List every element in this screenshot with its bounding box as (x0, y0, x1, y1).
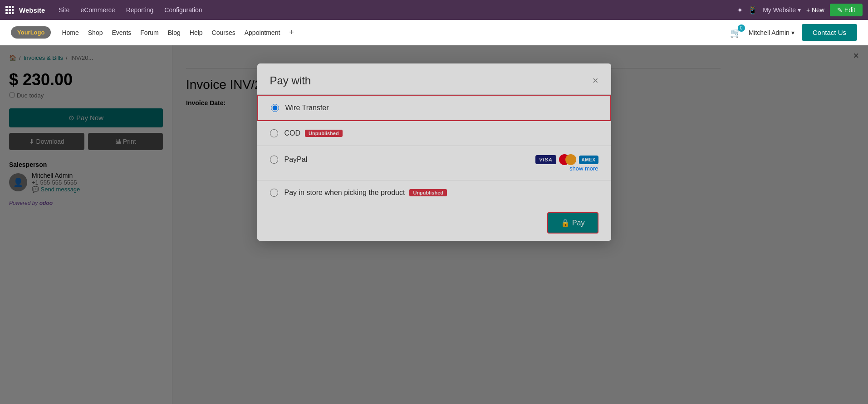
edit-button[interactable]: ✎ Edit (830, 4, 863, 16)
main-content: 🏠 / Invoices & Bills / INV/20... $ 230.0… (0, 45, 868, 404)
svg-rect-4 (9, 9, 11, 11)
website-nav-shop[interactable]: Shop (88, 29, 103, 36)
notification-icon[interactable]: ✦ (737, 6, 743, 15)
payment-option-pay-in-store[interactable]: Pay in store when picking the product Un… (257, 180, 611, 205)
grid-icon[interactable] (5, 6, 14, 14)
svg-rect-6 (5, 12, 8, 14)
pay-in-store-unpublished-badge: Unpublished (409, 189, 447, 196)
svg-rect-5 (12, 9, 14, 11)
pay-with-modal: Pay with × Wire Transfer COD Unpublished (257, 63, 611, 241)
website-nav-help[interactable]: Help (190, 29, 203, 36)
logo-logo: Logo (30, 29, 45, 36)
nav-item-configuration[interactable]: Configuration (160, 0, 206, 20)
contact-us-button[interactable]: Contact Us (802, 24, 857, 41)
payment-icons: VISA AMEX (535, 154, 598, 165)
paypal-row: PayPal VISA AMEX (270, 154, 598, 165)
pay-in-store-label: Pay in store when picking the product (284, 189, 405, 197)
paypal-radio[interactable] (270, 156, 278, 164)
new-button[interactable]: + New (806, 6, 824, 14)
nav-item-ecommerce[interactable]: eCommerce (76, 0, 119, 20)
website-nav-home[interactable]: Home (62, 29, 78, 36)
top-nav-right: ✦ 📱 My Website ▾ + New ✎ Edit (737, 4, 863, 16)
svg-rect-0 (5, 6, 8, 8)
payment-option-paypal[interactable]: PayPal VISA AMEX show more (257, 146, 611, 180)
svg-rect-8 (12, 12, 14, 14)
logo-area: YourLogo (11, 26, 51, 39)
top-nav: Website Site eCommerce Reporting Configu… (0, 0, 868, 20)
pay-button[interactable]: 🔒 Pay (547, 212, 598, 234)
wire-transfer-label: Wire Transfer (285, 104, 329, 112)
modal-footer: 🔒 Pay (257, 205, 611, 241)
modal-close-button[interactable]: × (593, 75, 598, 87)
svg-rect-1 (9, 6, 11, 8)
cart-icon[interactable]: 🛒 0 (730, 27, 741, 38)
nav-brand[interactable]: Website (19, 6, 45, 14)
website-nav: YourLogo Home Shop Events Forum Blog Hel… (0, 20, 868, 45)
website-nav-courses[interactable]: Courses (212, 29, 235, 36)
payment-option-cod[interactable]: COD Unpublished (257, 121, 611, 146)
website-nav-links: Home Shop Events Forum Blog Help Courses… (62, 28, 730, 37)
website-nav-blog[interactable]: Blog (168, 29, 181, 36)
cod-radio[interactable] (270, 129, 278, 137)
nav-item-site[interactable]: Site (54, 0, 74, 20)
cod-label: COD (284, 129, 301, 137)
website-nav-right: 🛒 0 Mitchell Admin ▾ Contact Us (730, 24, 857, 41)
pay-in-store-radio[interactable] (270, 189, 278, 197)
mobile-icon[interactable]: 📱 (748, 6, 757, 15)
add-nav-icon[interactable]: + (289, 28, 294, 37)
wire-transfer-radio[interactable] (271, 104, 279, 112)
modal-body: Wire Transfer COD Unpublished PayPal VIS… (257, 95, 611, 205)
amex-icon: AMEX (579, 156, 598, 164)
paypal-label: PayPal (284, 156, 308, 164)
logo: YourLogo (11, 26, 51, 39)
svg-rect-3 (5, 9, 8, 11)
logo-your: Your (17, 29, 30, 36)
cod-unpublished-badge: Unpublished (305, 130, 343, 137)
admin-dropdown[interactable]: Mitchell Admin ▾ (749, 29, 794, 36)
mastercard-icon (559, 154, 576, 165)
svg-rect-2 (12, 6, 14, 8)
website-nav-events[interactable]: Events (112, 29, 131, 36)
show-more-link[interactable]: show more (270, 165, 598, 172)
payment-option-wire-transfer[interactable]: Wire Transfer (257, 95, 611, 121)
modal-overlay: Pay with × Wire Transfer COD Unpublished (0, 45, 868, 404)
website-nav-forum[interactable]: Forum (140, 29, 158, 36)
cart-badge: 0 (738, 24, 745, 32)
modal-title: Pay with (270, 74, 311, 87)
visa-icon: VISA (535, 155, 556, 164)
svg-rect-7 (9, 12, 11, 14)
website-nav-appointment[interactable]: Appointment (245, 29, 280, 36)
my-website-dropdown[interactable]: My Website ▾ (763, 6, 801, 14)
nav-item-reporting[interactable]: Reporting (122, 0, 158, 20)
modal-header: Pay with × (257, 63, 611, 95)
